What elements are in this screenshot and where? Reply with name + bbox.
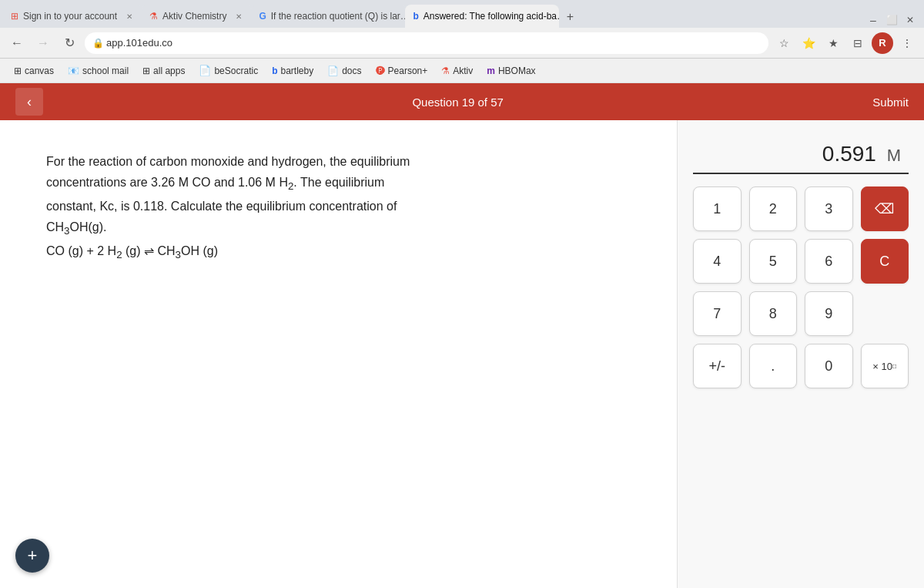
new-tab-button[interactable]: + [559, 6, 581, 28]
calc-btn-8[interactable]: 8 [749, 291, 798, 336]
bookmark-icon-docs: 📄 [327, 66, 339, 76]
tab-signin[interactable]: ⊞ Sign in to your account ✕ [3, 5, 142, 28]
bookmark-bartleby[interactable]: b bartleby [266, 62, 320, 79]
browser-chrome: ⊞ Sign in to your account ✕ ⚗ Aktiv Chem… [0, 0, 924, 83]
address-bar-wrap: 🔒 [85, 32, 768, 54]
close-button[interactable]: ✕ [902, 12, 918, 28]
tab-icon-google: G [259, 11, 266, 22]
bookmark-icon-canvas: ⊞ [14, 66, 22, 76]
bookmark-icon-all-apps: ⊞ [142, 66, 150, 76]
bookmark-icon-bartleby: b [272, 66, 277, 76]
tab-icon-signin: ⊞ [11, 11, 18, 22]
tab-label-bartleby: Answered: The following acid-ba… [424, 11, 560, 22]
calc-btn-clear[interactable]: C [861, 239, 909, 284]
bookmark-icon-besocratic: 📄 [199, 65, 211, 76]
lock-icon: 🔒 [92, 38, 104, 49]
submit-button[interactable]: Submit [872, 96, 909, 109]
tab-label-aktiv: Aktiv Chemistry [162, 11, 226, 22]
calc-btn-9[interactable]: 9 [805, 291, 853, 336]
question-body-line4: CH3OH(g). [46, 220, 107, 234]
back-nav-button[interactable]: ← [6, 32, 28, 54]
calc-btn-6[interactable]: 6 [805, 239, 853, 284]
question-body-line3: constant, Kc, is 0.118. Calculate the eq… [46, 200, 397, 213]
calc-btn-1[interactable]: 1 [693, 186, 742, 231]
forward-nav-button[interactable]: → [32, 32, 54, 54]
tab-label-google: If the reaction quotient (Q) is lar… [271, 11, 406, 22]
back-button[interactable]: ‹ [15, 88, 43, 116]
minimize-button[interactable]: – [865, 12, 881, 28]
tab-google[interactable]: G If the reaction quotient (Q) is lar… ✕ [251, 5, 405, 28]
reload-button[interactable]: ↻ [59, 32, 80, 54]
window-controls: – ⬜ ✕ [865, 12, 918, 28]
question-text: For the reaction of carbon monoxide and … [46, 151, 631, 264]
calc-btn-4[interactable]: 4 [693, 239, 742, 284]
tab-aktiv[interactable]: ⚗ Aktiv Chemistry ✕ [142, 5, 251, 28]
calc-btn-sci[interactable]: × 10□ [861, 344, 909, 388]
calc-btn-0[interactable]: 0 [805, 344, 853, 388]
calc-keypad: 1 2 3 ⌫ 4 5 6 C 7 8 9 +/- . 0 × [693, 186, 909, 388]
bookmark-besocratic[interactable]: 📄 beSocratic [192, 62, 264, 79]
calc-btn-sign[interactable]: +/- [693, 344, 742, 388]
calc-btn-7[interactable]: 7 [693, 291, 742, 336]
calc-display-value: 0.591 [822, 142, 876, 166]
calc-btn-5[interactable]: 5 [749, 239, 798, 284]
tab-bar: ⊞ Sign in to your account ✕ ⚗ Aktiv Chem… [0, 0, 924, 28]
calc-btn-decimal[interactable]: . [749, 344, 798, 388]
profile-button[interactable]: R [872, 32, 893, 54]
calc-display-unit: M [887, 146, 901, 165]
restore-button[interactable]: ⬜ [884, 12, 899, 28]
bookmark-icon-aktiv: ⚗ [441, 66, 450, 76]
bookmark-icon-hbomax: m [487, 66, 495, 76]
toolbar-icons: ☆ ⭐ ★ ⊟ R ⋮ [773, 32, 918, 54]
calculator-panel: 0.591 M 1 2 3 ⌫ 4 5 6 C 7 8 9 [678, 120, 924, 588]
bookmark-hbomax[interactable]: m HBOMax [480, 62, 541, 79]
calc-btn-empty [861, 291, 909, 336]
tab-icon-aktiv: ⚗ [149, 11, 158, 22]
backspace-icon: ⌫ [875, 200, 894, 217]
address-bar-row: ← → ↻ 🔒 ☆ ⭐ ★ ⊟ R ⋮ [0, 28, 924, 59]
tab-close-signin[interactable]: ✕ [125, 11, 134, 22]
bookmark-canvas[interactable]: ⊞ canvas [8, 62, 60, 79]
question-body-line1: For the reaction of carbon monoxide and … [46, 155, 410, 168]
app-container: ‹ Question 19 of 57 Submit For the react… [0, 83, 924, 588]
bookmark-all-apps[interactable]: ⊞ all apps [136, 62, 191, 79]
bookmark-icon-school-mail: 📧 [68, 66, 79, 76]
question-reaction: CO (g) + 2 H2 (g) ⇌ CH3OH (g) [46, 244, 218, 257]
tab-close-aktiv[interactable]: ✕ [234, 11, 243, 22]
extension2-button[interactable]: ★ [822, 32, 844, 54]
bookmark-aktiv[interactable]: ⚗ Aktiv [435, 62, 479, 79]
question-body-line2: concentrations are 3.26 M CO and 1.06 M … [46, 176, 384, 189]
bookmark-docs[interactable]: 📄 docs [321, 62, 367, 79]
bookmark-school-mail[interactable]: 📧 school mail [62, 62, 135, 79]
calc-btn-3[interactable]: 3 [805, 186, 853, 231]
top-bar: ‹ Question 19 of 57 Submit [0, 83, 924, 120]
calc-btn-backspace[interactable]: ⌫ [861, 186, 909, 231]
question-indicator: Question 19 of 57 [412, 96, 503, 109]
tab-icon-bartleby: b [413, 11, 418, 22]
calc-display: 0.591 M [693, 136, 909, 174]
question-panel: For the reaction of carbon monoxide and … [0, 120, 678, 588]
bookmarks-bar: ⊞ canvas 📧 school mail ⊞ all apps 📄 beSo… [0, 59, 924, 83]
bookmark-star-button[interactable]: ☆ [773, 32, 795, 54]
plus-add-button[interactable]: + [15, 539, 49, 573]
bookmark-pearson[interactable]: 🅟 Pearson+ [370, 62, 434, 79]
more-options-button[interactable]: ⋮ [896, 32, 918, 54]
bookmark-icon-pearson: 🅟 [376, 66, 385, 76]
tab-bartleby[interactable]: b Answered: The following acid-ba… ✕ [405, 5, 559, 28]
content-area: For the reaction of carbon monoxide and … [0, 120, 924, 588]
tab-grid-button[interactable]: ⊟ [847, 32, 869, 54]
calc-btn-2[interactable]: 2 [749, 186, 798, 231]
address-input[interactable] [85, 32, 768, 54]
extension-button[interactable]: ⭐ [798, 32, 819, 54]
tab-label-signin: Sign in to your account [23, 11, 117, 22]
